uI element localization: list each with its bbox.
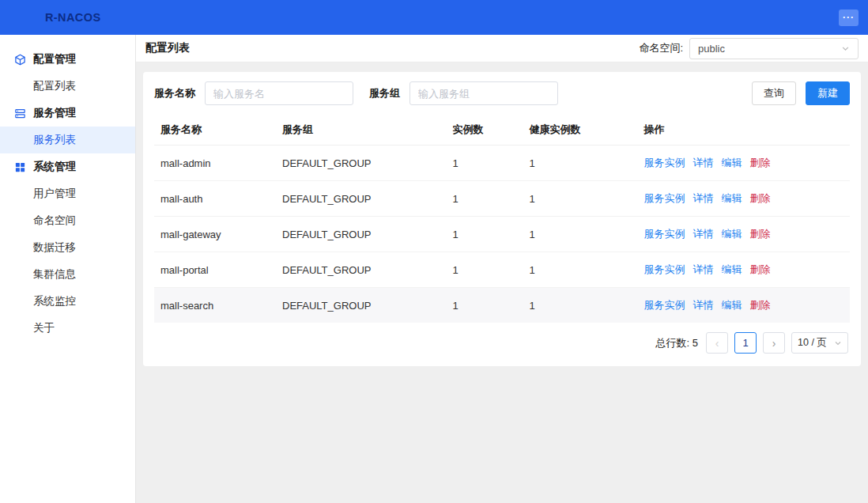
sidebar-item-config-list[interactable]: 配置列表 bbox=[0, 73, 135, 100]
system-management-icon bbox=[14, 161, 26, 173]
namespace-label: 命名空间: bbox=[639, 41, 683, 55]
table-row: mall-gatewayDEFAULT_GROUP11服务实例详情编辑删除 bbox=[154, 217, 850, 252]
app-window: R-NACOS ··· 配置管理 配置列表 服务管理 服务列表 bbox=[0, 0, 868, 503]
col-service-group: 服务组 bbox=[276, 115, 447, 146]
service-group-cell: DEFAULT_GROUP bbox=[276, 181, 447, 217]
col-healthy-count: 健康实例数 bbox=[523, 115, 637, 146]
query-button[interactable]: 查询 bbox=[752, 81, 796, 105]
edit-link[interactable]: 编辑 bbox=[722, 263, 742, 275]
sidebar-item-data-migration[interactable]: 数据迁移 bbox=[0, 234, 135, 261]
actions-cell: 服务实例详情编辑删除 bbox=[638, 181, 850, 217]
service-name-cell: mall-gateway bbox=[154, 217, 276, 252]
delete-link[interactable]: 删除 bbox=[750, 299, 771, 311]
delete-link[interactable]: 删除 bbox=[750, 228, 771, 240]
delete-link[interactable]: 删除 bbox=[750, 192, 771, 204]
edit-link[interactable]: 编辑 bbox=[722, 157, 742, 168]
instance-count-cell: 1 bbox=[447, 181, 523, 217]
service-name-cell: mall-search bbox=[154, 288, 276, 323]
service-table-body: mall-adminDEFAULT_GROUP11服务实例详情编辑删除mall-… bbox=[154, 146, 850, 323]
detail-link[interactable]: 详情 bbox=[693, 228, 714, 240]
edit-link[interactable]: 编辑 bbox=[722, 228, 742, 240]
page-title: 配置列表 bbox=[145, 41, 190, 55]
col-service-name: 服务名称 bbox=[154, 115, 276, 146]
service-list-card: 服务名称 服务组 查询 新建 bbox=[143, 72, 861, 366]
table-row: mall-authDEFAULT_GROUP11服务实例详情编辑删除 bbox=[154, 181, 850, 217]
page-size-value: 10 / 页 bbox=[798, 336, 827, 350]
detail-link[interactable]: 详情 bbox=[693, 299, 714, 311]
prev-page-button[interactable]: ‹ bbox=[706, 332, 728, 354]
actions-cell: 服务实例详情编辑删除 bbox=[638, 217, 850, 252]
actions-cell: 服务实例详情编辑删除 bbox=[638, 146, 850, 181]
sidebar-item-system-monitor[interactable]: 系统监控 bbox=[0, 288, 135, 315]
service-instances-link[interactable]: 服务实例 bbox=[644, 192, 685, 204]
page-size-select[interactable]: 10 / 页 bbox=[791, 332, 848, 354]
service-name-cell: mall-admin bbox=[154, 146, 276, 181]
sidebar-item-cluster-info[interactable]: 集群信息 bbox=[0, 261, 135, 288]
content-topbar: 配置列表 命名空间: public bbox=[136, 35, 868, 62]
healthy-count-cell: 1 bbox=[523, 217, 637, 252]
delete-link[interactable]: 删除 bbox=[750, 263, 771, 275]
sidebar-group-label: 系统管理 bbox=[33, 160, 76, 174]
service-instances-link[interactable]: 服务实例 bbox=[644, 299, 685, 311]
more-menu-button[interactable]: ··· bbox=[839, 9, 859, 26]
service-group-input[interactable] bbox=[409, 81, 558, 105]
sidebar-group-config-management[interactable]: 配置管理 bbox=[0, 46, 135, 73]
service-instances-link[interactable]: 服务实例 bbox=[644, 228, 685, 240]
sidebar: 配置管理 配置列表 服务管理 服务列表 系统管理 用户管理 命名空间 数据迁移 … bbox=[0, 35, 136, 503]
table-row: mall-searchDEFAULT_GROUP11服务实例详情编辑删除 bbox=[154, 288, 850, 323]
service-name-input[interactable] bbox=[205, 81, 353, 105]
sidebar-item-namespace[interactable]: 命名空间 bbox=[0, 207, 135, 234]
current-page-button[interactable]: 1 bbox=[734, 332, 757, 354]
actions-cell: 服务实例详情编辑删除 bbox=[638, 288, 850, 323]
service-group-cell: DEFAULT_GROUP bbox=[276, 146, 447, 181]
next-page-button[interactable]: › bbox=[763, 332, 785, 354]
sidebar-group-system-management[interactable]: 系统管理 bbox=[0, 153, 135, 180]
healthy-count-cell: 1 bbox=[523, 181, 637, 217]
sidebar-item-user-management[interactable]: 用户管理 bbox=[0, 180, 135, 207]
filter-row: 服务名称 服务组 查询 新建 bbox=[154, 81, 850, 105]
table-header-row: 服务名称 服务组 实例数 健康实例数 操作 bbox=[154, 115, 850, 146]
service-table: 服务名称 服务组 实例数 健康实例数 操作 mall-adminDEFAULT_… bbox=[154, 115, 850, 323]
service-instances-link[interactable]: 服务实例 bbox=[644, 157, 685, 168]
sidebar-group-service-management[interactable]: 服务管理 bbox=[0, 100, 135, 127]
detail-link[interactable]: 详情 bbox=[693, 263, 714, 275]
content-area: 服务名称 服务组 查询 新建 bbox=[136, 62, 868, 503]
healthy-count-cell: 1 bbox=[523, 252, 637, 288]
table-row: mall-portalDEFAULT_GROUP11服务实例详情编辑删除 bbox=[154, 252, 850, 288]
service-table-head: 服务名称 服务组 实例数 健康实例数 操作 bbox=[154, 115, 850, 146]
table-row: mall-adminDEFAULT_GROUP11服务实例详情编辑删除 bbox=[154, 146, 850, 181]
service-instances-link[interactable]: 服务实例 bbox=[644, 263, 685, 275]
app-header: R-NACOS ··· bbox=[0, 0, 868, 35]
service-group-cell: DEFAULT_GROUP bbox=[276, 217, 447, 252]
delete-link[interactable]: 删除 bbox=[750, 157, 771, 168]
service-name-label: 服务名称 bbox=[154, 86, 195, 100]
service-name-cell: mall-auth bbox=[154, 181, 276, 217]
edit-link[interactable]: 编辑 bbox=[722, 299, 742, 311]
namespace-picker: 命名空间: public bbox=[639, 38, 859, 59]
service-group-cell: DEFAULT_GROUP bbox=[276, 252, 447, 288]
detail-link[interactable]: 详情 bbox=[693, 157, 714, 168]
chevron-down-icon bbox=[841, 44, 850, 53]
healthy-count-cell: 1 bbox=[523, 146, 637, 181]
instance-count-cell: 1 bbox=[447, 217, 523, 252]
sidebar-item-service-list[interactable]: 服务列表 bbox=[0, 127, 135, 153]
sidebar-item-about[interactable]: 关于 bbox=[0, 315, 135, 342]
total-rows-text: 总行数: 5 bbox=[656, 336, 698, 350]
config-management-icon bbox=[14, 54, 26, 66]
detail-link[interactable]: 详情 bbox=[693, 192, 714, 204]
create-button[interactable]: 新建 bbox=[806, 81, 850, 105]
instance-count-cell: 1 bbox=[447, 288, 523, 323]
chevron-down-icon bbox=[834, 339, 842, 347]
namespace-select[interactable]: public bbox=[689, 38, 859, 59]
service-name-cell: mall-portal bbox=[154, 252, 276, 288]
main-area: 配置列表 命名空间: public 服务名称 bbox=[136, 35, 868, 503]
healthy-count-cell: 1 bbox=[523, 288, 637, 323]
namespace-selected-value: public bbox=[698, 43, 725, 55]
sidebar-group-label: 服务管理 bbox=[33, 106, 76, 120]
col-actions: 操作 bbox=[638, 115, 850, 146]
service-group-cell: DEFAULT_GROUP bbox=[276, 288, 447, 323]
edit-link[interactable]: 编辑 bbox=[722, 192, 742, 204]
instance-count-cell: 1 bbox=[447, 146, 523, 181]
brand-logo: R-NACOS bbox=[45, 11, 100, 24]
instance-count-cell: 1 bbox=[447, 252, 523, 288]
